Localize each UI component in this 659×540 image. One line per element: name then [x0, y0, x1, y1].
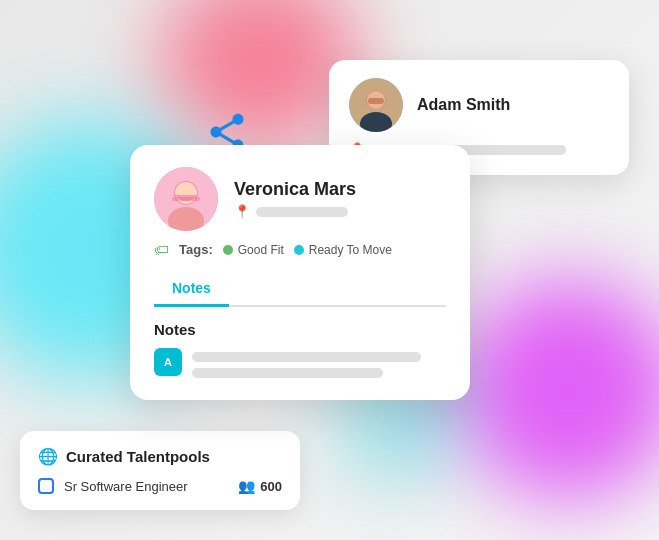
veronica-card-header: Veronica Mars 📍: [154, 167, 446, 231]
veronica-location-line: [256, 207, 348, 217]
note-avatar-initial: A: [164, 356, 172, 368]
talent-title: Curated Talentpools: [66, 448, 210, 465]
job-checkbox[interactable]: [38, 478, 54, 494]
tags-icon: 🏷: [154, 241, 169, 258]
talent-header: 🌐 Curated Talentpools: [38, 447, 282, 466]
tag-good-fit-dot: [223, 245, 233, 255]
veronica-card: Veronica Mars 📍 🏷 Tags: Good Fit Ready T…: [130, 145, 470, 400]
talent-pool-icon: 🌐: [38, 447, 58, 466]
talent-count-row: 👥 600: [238, 478, 282, 494]
veronica-location: 📍: [234, 204, 356, 219]
tag-ready-to-move-label: Ready To Move: [309, 243, 392, 257]
veronica-location-icon: 📍: [234, 204, 250, 219]
veronica-info: Veronica Mars 📍: [234, 179, 356, 219]
tag-good-fit-label: Good Fit: [238, 243, 284, 257]
note-row: A: [154, 348, 446, 378]
blob-purple: [459, 280, 659, 500]
veronica-avatar: [154, 167, 218, 231]
note-line-2: [192, 368, 383, 378]
talent-count: 600: [260, 479, 282, 494]
people-icon: 👥: [238, 478, 255, 494]
svg-rect-4: [368, 98, 384, 104]
tags-row: 🏷 Tags: Good Fit Ready To Move: [154, 241, 446, 258]
tabs-row: Notes: [154, 272, 446, 307]
adam-avatar: [349, 78, 403, 132]
note-line-1: [192, 352, 421, 362]
adam-card-header: Adam Smith: [349, 78, 609, 132]
note-lines: [192, 348, 446, 378]
tag-ready-to-move: Ready To Move: [294, 243, 392, 257]
notes-title: Notes: [154, 321, 446, 338]
tags-label: Tags:: [179, 242, 213, 257]
note-author-avatar: A: [154, 348, 182, 376]
talent-row: Sr Software Engineer 👥 600: [38, 478, 282, 494]
talent-card: 🌐 Curated Talentpools Sr Software Engine…: [20, 431, 300, 510]
svg-rect-9: [172, 197, 200, 201]
adam-info: Adam Smith: [417, 96, 510, 114]
tag-good-fit: Good Fit: [223, 243, 284, 257]
tab-notes[interactable]: Notes: [154, 272, 229, 307]
tag-ready-to-move-dot: [294, 245, 304, 255]
veronica-name: Veronica Mars: [234, 179, 356, 200]
notes-section: Notes A: [154, 321, 446, 378]
job-title: Sr Software Engineer: [64, 479, 228, 494]
adam-name: Adam Smith: [417, 96, 510, 114]
